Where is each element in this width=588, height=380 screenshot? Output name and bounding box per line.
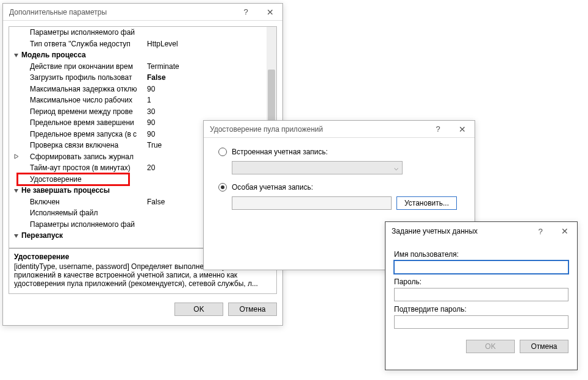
property-label: Модель процесса <box>20 51 145 59</box>
dialog-title: Дополнительные параметры <box>9 8 234 16</box>
titlebar: Удостоверение пула приложений ? ✕ <box>204 121 475 138</box>
property-row[interactable]: Максимальная задержка отклю90 <box>9 84 276 95</box>
property-value[interactable]: 1 <box>145 96 265 104</box>
expand-icon[interactable] <box>12 154 20 159</box>
confirm-password-input[interactable] <box>394 315 568 329</box>
radio-checked-icon <box>218 183 227 192</box>
property-row[interactable]: Действие при окончании времTerminate <box>9 61 276 73</box>
titlebar: Дополнительные параметры ? ✕ <box>3 4 282 21</box>
ok-button[interactable]: OK <box>466 340 515 353</box>
confirm-password-label: Подтвердите пароль: <box>394 305 568 314</box>
property-label: Не завершать процессы <box>20 186 145 195</box>
close-button[interactable]: ✕ <box>258 4 282 21</box>
builtin-account-combo: ⌵ <box>232 161 403 174</box>
username-input[interactable] <box>394 260 568 274</box>
property-row[interactable]: Максимальное число рабочих1 <box>9 95 276 106</box>
property-label: Параметры исполняемого фай <box>20 220 145 229</box>
custom-account-label: Особая учетная запись: <box>232 183 313 192</box>
cancel-button[interactable]: Отмена <box>228 303 277 316</box>
property-label: Период времени между прове <box>20 107 145 116</box>
property-label: Исполняемый файл <box>20 209 145 217</box>
property-value[interactable]: Terminate <box>145 62 265 71</box>
password-label: Пароль: <box>394 278 568 286</box>
property-label: Проверка связи включена <box>20 141 145 149</box>
set-credentials-dialog: Задание учетных данных ? ✕ Имя пользоват… <box>385 221 578 370</box>
radio-unchecked-icon <box>218 148 227 156</box>
dialog-title: Задание учетных данных <box>392 227 528 235</box>
help-button[interactable]: ? <box>528 223 553 240</box>
help-button[interactable]: ? <box>426 121 450 138</box>
property-value[interactable]: HttpLevel <box>145 40 265 48</box>
password-input[interactable] <box>394 288 568 301</box>
property-row[interactable]: Тип ответа "Служба недоступHttpLevel <box>9 38 276 50</box>
titlebar: Задание учетных данных ? ✕ <box>385 222 577 240</box>
property-label: Загрузить профиль пользоват <box>20 73 145 82</box>
property-row[interactable]: Период времени между прове30 <box>9 106 276 118</box>
ok-button[interactable]: OK <box>174 303 223 316</box>
close-button[interactable]: ✕ <box>553 223 577 240</box>
property-label: Тайм-аут простоя (в минутах) <box>20 163 145 172</box>
builtin-account-label: Встроенная учетная запись: <box>232 148 328 156</box>
property-label: Действие при окончании врем <box>20 62 145 71</box>
close-button[interactable]: ✕ <box>450 121 475 138</box>
property-value[interactable]: 30 <box>145 107 265 116</box>
dialog-title: Удостоверение пула приложений <box>210 125 426 134</box>
property-value[interactable]: 90 <box>145 85 265 93</box>
property-label: Предельное время запуска (в с <box>20 130 145 138</box>
builtin-account-option[interactable]: Встроенная учетная запись: <box>218 148 460 156</box>
property-label: Максимальное число рабочих <box>20 96 145 104</box>
cancel-button[interactable]: Отмена <box>520 340 568 353</box>
property-label: Сформировать запись журнал <box>20 152 145 161</box>
property-label: Параметры исполняемого фай <box>20 28 145 37</box>
property-row[interactable]: Параметры исполняемого фай <box>9 27 276 38</box>
property-label: Удостоверение <box>20 175 145 184</box>
username-label: Имя пользователя: <box>394 250 568 259</box>
collapse-icon[interactable] <box>12 233 20 238</box>
property-label: Предельное время завершени <box>20 118 145 127</box>
chevron-down-icon: ⌵ <box>394 163 398 172</box>
property-label: Максимальная задержка отклю <box>20 85 145 93</box>
property-row[interactable]: Загрузить профиль пользоватFalse <box>9 72 276 84</box>
custom-account-option[interactable]: Особая учетная запись: <box>218 183 460 192</box>
property-label: Включен <box>20 198 145 206</box>
collapse-icon[interactable] <box>12 188 20 193</box>
property-row[interactable]: Модель процесса <box>9 49 276 61</box>
property-label: Перезапуск <box>20 231 145 240</box>
set-button[interactable]: Установить... <box>396 196 457 210</box>
collapse-icon[interactable] <box>12 52 20 58</box>
property-label: Тип ответа "Служба недоступ <box>20 40 145 48</box>
help-button[interactable]: ? <box>234 4 258 21</box>
custom-account-field <box>232 196 392 210</box>
property-value[interactable]: False <box>145 73 265 82</box>
